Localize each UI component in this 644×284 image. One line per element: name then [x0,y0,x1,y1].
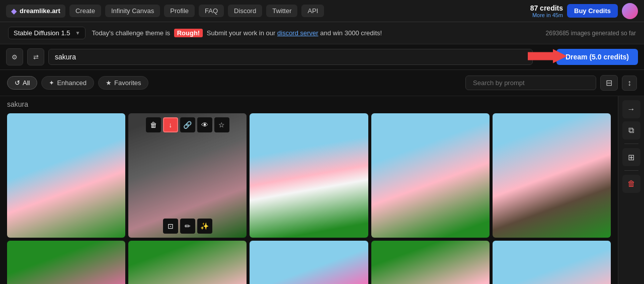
credits-timer: More in 45m [530,12,563,18]
gallery-image-7[interactable] [128,241,247,284]
grid-icon: ⊞ [628,153,634,162]
sidebar-send-button[interactable]: → [622,100,640,118]
gallery-image-10[interactable] [493,241,611,284]
filter-enhanced-button[interactable]: ✦ Enhanced [41,76,94,90]
filter-favorites-button[interactable]: ★ Favorites [98,76,148,90]
filters-bar: ↺ All ✦ Enhanced ★ Favorites ⊟ ↕ [0,70,644,96]
view-image-button[interactable]: 👁 [197,117,212,132]
img2img-icon: ⊡ [168,222,174,230]
copy-icon: ⧉ [628,126,634,135]
sidebar-divider [624,144,638,144]
model-name: Stable Diffusion 1.5 [14,29,70,37]
magic-button[interactable]: ✨ [197,219,212,234]
download-image-button[interactable]: ↓ [163,117,178,132]
gallery-image-3[interactable] [250,113,368,238]
buy-credits-button[interactable]: Buy Credits [567,4,618,18]
image-grid: 🗑 ↓ 🔗 👁 ☆ [7,113,611,284]
api-button[interactable]: API [301,5,324,17]
gallery-image-2[interactable]: 🗑 ↓ 🔗 👁 ☆ [128,113,247,238]
sidebar-grid-button[interactable]: ⊞ [622,148,640,166]
gear-icon: ⚙ [12,53,18,61]
all-icon: ↺ [15,79,20,87]
gallery-image-5[interactable] [493,113,611,238]
sidebar-copy-button[interactable]: ⧉ [622,121,640,139]
credits-count: 87 credits [530,4,563,12]
gallery-image-1[interactable] [7,113,125,238]
shuffle-icon-button[interactable]: ⇄ [27,48,44,65]
link-image-button[interactable]: 🔗 [180,117,195,132]
clear-input-button[interactable]: ✕ [537,49,552,64]
filter-all-label: All [23,79,30,87]
gallery-image-9[interactable] [371,241,490,284]
prompt-input-wrap [48,49,533,65]
filter-favorites-label: Favorites [114,79,141,87]
sort-columns-button[interactable]: ⊟ [600,75,618,91]
gallery-label: sakura [7,96,611,113]
dream-button[interactable]: Dream (5.0 credits) [556,49,638,65]
sidebar-delete-button[interactable]: 🗑 [622,175,640,193]
settings-icon-button[interactable]: ⚙ [6,48,23,65]
right-sidebar: → ⧉ ⊞ 🗑 [618,96,644,284]
gallery-image-4[interactable] [371,113,490,238]
gallery-wrap: sakura 🗑 ↓ 🔗 👁 [0,96,618,284]
twitter-button[interactable]: Twitter [266,5,297,17]
trash-icon: 🗑 [627,179,635,188]
image-actions-bottom: ⊡ ✏ ✨ [128,219,247,234]
sidebar-divider-2 [624,170,638,171]
logo-icon: ◆ [11,7,17,15]
shuffle-icon: ⇄ [33,53,39,61]
star-icon: ★ [106,79,112,87]
create-button[interactable]: Create [69,5,101,17]
challenge-banner: Today's challenge theme is Rough! Submit… [92,29,539,37]
image-actions-top: 🗑 ↓ 🔗 👁 ☆ [128,117,247,132]
discord-link[interactable]: discord server [277,29,318,37]
sparkle-icon: ✦ [49,79,54,87]
challenge-word: Rough! [174,29,203,37]
prompt-input[interactable] [48,49,533,65]
download-icon: ↓ [169,121,172,129]
chevron-down-icon: ▼ [75,30,80,36]
sort-icon: ↕ [627,79,631,87]
filter-all-button[interactable]: ↺ All [7,76,37,90]
delete-image-button[interactable]: 🗑 [146,117,161,132]
logo-button[interactable]: ◆ dreamlike.art [6,5,65,18]
images-generated-count: 2693685 images generated so far [546,30,636,37]
img2img-button[interactable]: ⊡ [163,219,178,234]
gallery-image-8[interactable] [250,241,368,284]
main-content: sakura 🗑 ↓ 🔗 👁 [0,96,644,284]
profile-button[interactable]: Profile [164,5,195,17]
model-bar: Stable Diffusion 1.5 ▼ Today's challenge… [0,22,644,44]
faq-button[interactable]: FAQ [199,5,224,17]
eye-icon: 👁 [201,121,208,129]
model-select[interactable]: Stable Diffusion 1.5 ▼ [8,27,86,39]
avatar[interactable] [622,3,638,19]
sort-order-button[interactable]: ↕ [622,76,637,91]
discord-button[interactable]: Discord [228,5,262,17]
search-prompt-input[interactable] [465,76,596,90]
columns-icon: ⊟ [606,79,612,87]
infinity-canvas-button[interactable]: Infinity Canvas [105,5,160,17]
favorite-image-button[interactable]: ☆ [214,117,229,132]
link-icon: 🔗 [183,121,192,129]
inpaint-button[interactable]: ✏ [180,219,195,234]
magic-icon: ✨ [200,222,209,230]
filter-enhanced-label: Enhanced [57,79,87,87]
logo-text: dreamlike.art [20,7,60,15]
credits-info: 87 credits More in 45m [530,4,563,18]
gallery-image-6[interactable] [7,241,125,284]
prompt-bar: ⚙ ⇄ ✕ Dream (5.0 credits) [0,44,644,70]
top-navigation: ◆ dreamlike.art Create Infinity Canvas P… [0,0,644,22]
inpaint-icon: ✏ [185,222,191,230]
send-icon: → [627,105,635,114]
star-empty-icon: ☆ [218,121,225,129]
trash-icon: 🗑 [150,121,157,129]
